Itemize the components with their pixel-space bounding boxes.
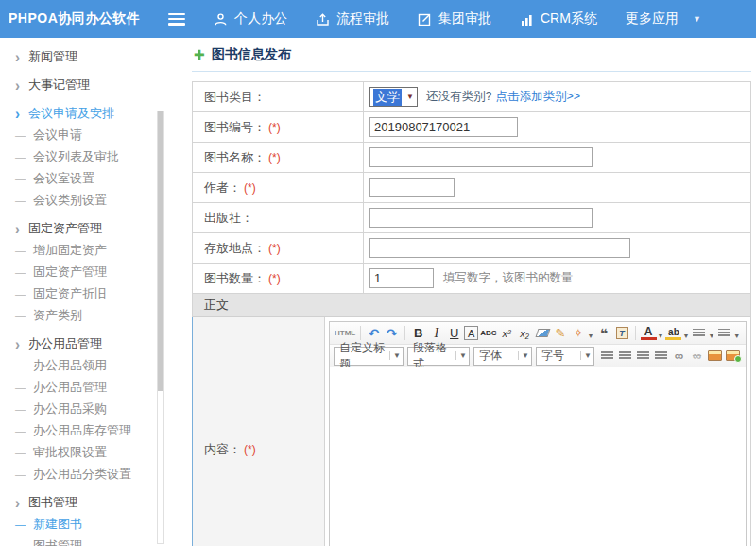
- photo-upload-icon: [726, 350, 740, 361]
- sidebar-section-meeting[interactable]: ›会议申请及安排: [15, 102, 192, 124]
- insert-photo-button[interactable]: [725, 347, 741, 366]
- sidebar-item-supplies-requisition[interactable]: —办公用品领用: [15, 354, 192, 376]
- font-border-button[interactable]: A: [464, 326, 478, 340]
- ordered-list-button[interactable]: [691, 324, 707, 343]
- sidebar-item-meeting-category-settings[interactable]: —会议类别设置: [15, 189, 192, 211]
- book-name-input[interactable]: [369, 147, 593, 167]
- sidebar-section-office-supplies[interactable]: ›办公用品管理: [15, 333, 192, 354]
- font-color-button[interactable]: A: [641, 326, 657, 340]
- image-icon: [708, 350, 722, 361]
- quantity-input[interactable]: [369, 268, 434, 288]
- plus-icon: ✚: [194, 47, 205, 62]
- nav-more-apps[interactable]: 更多应用 ▼: [626, 10, 701, 27]
- top-navbar: PHPOA协同办公软件 个人办公 流程审批 集团审批 CRM系统 更多应用 ▼: [0, 0, 756, 38]
- format-brush-button[interactable]: ✎: [553, 324, 569, 343]
- sidebar-section-news[interactable]: ›新闻管理: [15, 45, 192, 67]
- chevron-right-icon: ›: [15, 494, 20, 510]
- caret-down-icon: ▼: [455, 351, 467, 360]
- required-mark: (*): [268, 242, 281, 255]
- form-row-author: 作者：(*): [193, 173, 750, 203]
- chevron-right-icon: ›: [15, 48, 20, 64]
- sidebar-item-new-book[interactable]: —新建图书: [15, 513, 192, 535]
- sidebar-item-supplies-management[interactable]: —办公用品管理: [15, 376, 192, 398]
- unordered-list-button[interactable]: [716, 324, 732, 343]
- paste-icon: T: [616, 327, 628, 339]
- sidebar-item-supplies-inventory[interactable]: —办公用品库存管理: [15, 419, 192, 441]
- nav-group-approval[interactable]: 集团审批: [418, 10, 491, 27]
- caret-down-icon: ▼: [580, 351, 592, 360]
- category-label: 图书类目：: [204, 89, 266, 106]
- nav-item-label: 集团审批: [438, 10, 491, 27]
- edit-square-icon: [418, 12, 432, 26]
- font-size-select[interactable]: 字号▼: [536, 347, 594, 366]
- sidebar-item-add-fixed-asset[interactable]: —增加固定资产: [15, 239, 192, 261]
- eraser-button[interactable]: [535, 324, 551, 343]
- editor-toolbar-row2: 自定义标题▼ 段落格式▼ 字体▼ 字号▼ ∞ ∞: [330, 345, 746, 367]
- dash-icon: —: [15, 151, 26, 162]
- insert-link-button[interactable]: ∞: [671, 347, 687, 366]
- dash-icon: —: [15, 382, 26, 393]
- auto-typeset-button[interactable]: ✧: [571, 324, 587, 343]
- dash-icon: —: [15, 245, 26, 256]
- form-row-content: 内容：(*) HTML ↶ ↷ B I U A ABC x²: [192, 317, 750, 546]
- align-center-button[interactable]: [617, 347, 633, 366]
- app-logo[interactable]: PHPOA协同办公软件: [0, 10, 168, 27]
- required-mark: (*): [268, 121, 281, 134]
- menu-toggle-button[interactable]: [168, 13, 185, 26]
- category-hint: 还没有类别?: [426, 89, 491, 105]
- body-section-header: 正文: [193, 294, 750, 317]
- sidebar-item-fixed-asset-management[interactable]: —固定资产管理: [15, 261, 192, 282]
- nav-workflow-approval[interactable]: 流程审批: [316, 10, 389, 27]
- caret-down-icon[interactable]: ▼: [682, 333, 689, 339]
- nav-personal-office[interactable]: 个人办公: [214, 10, 287, 27]
- caret-down-icon: ▼: [693, 14, 701, 24]
- nav-crm-system[interactable]: CRM系统: [520, 10, 597, 27]
- caret-down-icon[interactable]: ▼: [708, 333, 714, 339]
- align-right-button[interactable]: [635, 347, 651, 366]
- nav-item-label: 个人办公: [234, 10, 287, 27]
- sidebar-item-supplies-classification[interactable]: —办公用品分类设置: [15, 463, 192, 485]
- sidebar-item-meeting-list-approval[interactable]: —会议列表及审批: [15, 145, 192, 167]
- paste-text-button[interactable]: T: [614, 324, 630, 343]
- sidebar-item-meeting-room-settings[interactable]: —会议室设置: [15, 167, 192, 189]
- redo-button[interactable]: ↷: [384, 324, 400, 343]
- blockquote-button[interactable]: ❝: [596, 324, 612, 343]
- dash-icon: —: [15, 195, 26, 206]
- remove-link-button[interactable]: ∞: [689, 347, 705, 366]
- align-justify-button[interactable]: [653, 347, 669, 366]
- sidebar-section-memorabilia[interactable]: ›大事记管理: [15, 74, 192, 95]
- highlight-color-button[interactable]: ab: [665, 326, 681, 340]
- sidebar-item-meeting-apply[interactable]: —会议申请: [15, 124, 192, 145]
- paragraph-format-select[interactable]: 段落格式▼: [407, 347, 470, 366]
- location-input[interactable]: [369, 238, 630, 258]
- book-category-select[interactable]: 文学 ▼: [369, 87, 418, 107]
- sidebar-item-book-management[interactable]: —图书管理: [15, 535, 192, 546]
- font-family-select[interactable]: 字体▼: [473, 347, 532, 366]
- sidebar-section-books[interactable]: ›图书管理: [15, 491, 192, 513]
- sidebar-section-fixed-assets[interactable]: ›固定资产管理: [15, 217, 192, 239]
- insert-image-button[interactable]: [707, 347, 723, 366]
- sidebar-scrollbar-thumb[interactable]: [158, 111, 163, 391]
- author-label: 作者：: [204, 179, 241, 196]
- sidebar-item-supplies-purchase[interactable]: —办公用品采购: [15, 398, 192, 419]
- sidebar-item-asset-category[interactable]: —资产类别: [15, 304, 192, 326]
- caret-down-icon[interactable]: ▼: [733, 333, 740, 339]
- dash-icon: —: [15, 310, 26, 321]
- caret-down-icon[interactable]: ▼: [658, 333, 664, 339]
- editor-content-area[interactable]: [330, 367, 746, 546]
- toolbar-separator: [360, 326, 361, 340]
- publisher-input[interactable]: [369, 208, 593, 228]
- add-category-link[interactable]: 点击添加类别>>: [495, 89, 580, 105]
- sidebar-item-approval-permission-settings[interactable]: —审批权限设置: [15, 441, 192, 463]
- author-input[interactable]: [369, 178, 455, 197]
- superscript-button[interactable]: x²: [499, 324, 515, 343]
- align-left-button[interactable]: [599, 347, 615, 366]
- subscript-button[interactable]: x₂: [517, 324, 533, 343]
- main-content: ✚ 图书信息发布 图书类目： 文学 ▼ 还没有类别? 点击添加类别>> 图书编号…: [192, 38, 751, 546]
- strikethrough-button[interactable]: ABC: [480, 324, 496, 343]
- person-icon: [214, 12, 228, 26]
- caret-down-icon[interactable]: ▼: [588, 333, 594, 339]
- book-no-input[interactable]: [369, 117, 518, 137]
- sidebar-item-fixed-asset-depreciation[interactable]: —固定资产折旧: [15, 282, 192, 304]
- custom-title-select[interactable]: 自定义标题▼: [334, 347, 404, 366]
